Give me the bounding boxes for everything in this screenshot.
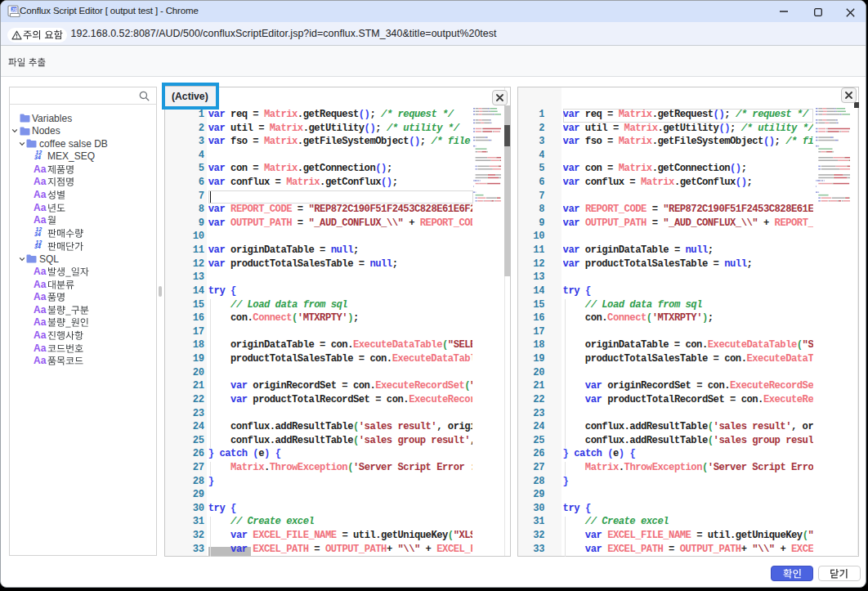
svg-text:JS: JS [11,7,17,12]
